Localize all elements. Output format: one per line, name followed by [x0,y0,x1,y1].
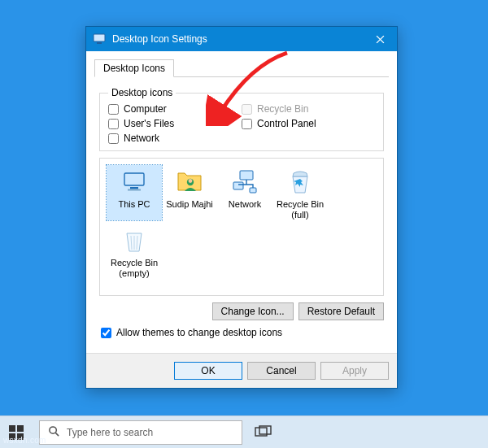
group-legend: Desktop icons [108,87,176,98]
close-button[interactable] [363,27,397,51]
checkbox-network[interactable]: Network [108,133,242,144]
change-icon-button[interactable]: Change Icon... [212,302,294,320]
tab-strip: Desktop Icons [94,59,389,77]
checkbox-allow-themes-input[interactable] [101,328,111,338]
svg-point-8 [189,179,193,183]
svg-rect-1 [97,42,102,44]
checkbox-computer[interactable]: Computer [108,103,242,115]
checkbox-control-panel[interactable]: Control Panel [242,118,375,129]
checkbox-recycle-bin[interactable]: Recycle Bin [242,103,375,115]
ok-button[interactable]: OK [174,362,242,380]
svg-line-20 [55,433,59,436]
checkbox-users-files-input[interactable] [108,119,119,129]
icon-item-recycle-full[interactable]: Recycle Bin (full) [272,165,328,220]
taskbar-search[interactable]: Type here to search [39,420,242,445]
icon-preview-list[interactable]: This PC Sudip Majhi [99,158,384,296]
search-icon [48,425,60,440]
taskbar[interactable]: Type here to search [0,415,488,448]
this-pc-icon [120,168,148,196]
icon-item-network[interactable]: Network [217,165,272,220]
desktop-icons-group: Desktop icons Computer User's Files [99,87,384,151]
checkbox-control-panel-input[interactable] [242,119,252,129]
svg-rect-6 [128,189,141,191]
dialog-footer: OK Cancel Apply [86,353,397,388]
restore-default-button[interactable]: Restore Default [298,302,384,320]
tab-desktop-icons[interactable]: Desktop Icons [94,59,174,77]
svg-rect-15 [9,425,15,432]
icon-item-user[interactable]: Sudip Majhi [162,165,217,220]
search-placeholder: Type here to search [67,427,153,438]
svg-rect-10 [233,182,243,189]
svg-rect-4 [124,173,144,185]
svg-point-19 [50,426,56,433]
titlebar[interactable]: Desktop Icon Settings [86,27,397,51]
user-folder-icon [176,168,203,196]
checkbox-recycle-bin-input[interactable] [242,104,252,115]
watermark: wsxdn.com [3,436,46,445]
checkbox-computer-input[interactable] [108,104,119,115]
checkbox-users-files[interactable]: User's Files [108,118,242,129]
svg-rect-5 [130,187,138,189]
apply-button[interactable]: Apply [320,362,389,380]
recycle-bin-full-icon [286,168,314,196]
recycle-bin-empty-icon [120,227,148,254]
icon-item-recycle-empty[interactable]: Recycle Bin (empty) [107,224,162,279]
desktop-icon-settings-dialog: Desktop Icon Settings Desktop Icons Desk… [85,26,398,389]
svg-rect-16 [17,425,24,432]
svg-rect-0 [94,34,105,41]
window-title: Desktop Icon Settings [112,33,356,45]
checkbox-network-input[interactable] [108,133,119,144]
app-icon [93,33,106,46]
cancel-button[interactable]: Cancel [247,362,316,380]
network-icon [231,168,259,196]
svg-rect-9 [240,171,253,180]
svg-rect-11 [250,188,256,193]
icon-item-this-pc[interactable]: This PC [107,165,162,220]
task-view-button[interactable] [254,423,273,442]
checkbox-allow-themes[interactable]: Allow themes to change desktop icons [101,327,384,338]
